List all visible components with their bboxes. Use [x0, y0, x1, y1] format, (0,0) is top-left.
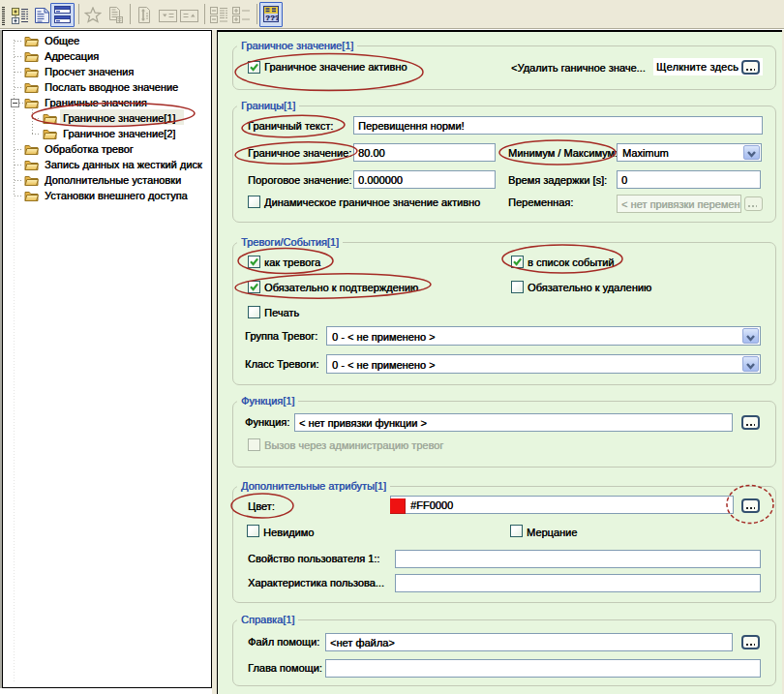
svg-text:???: ???: [265, 14, 279, 22]
